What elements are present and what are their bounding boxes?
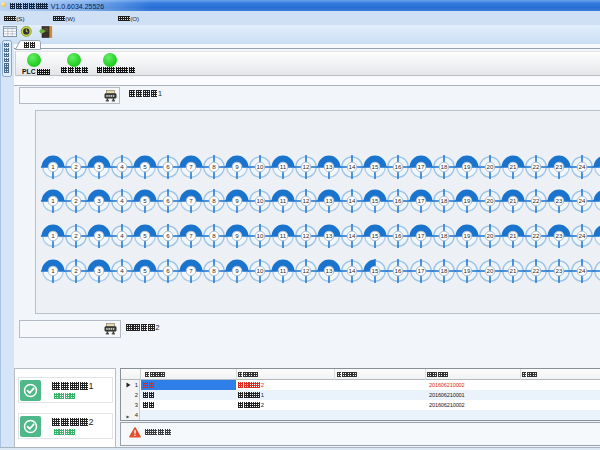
svg-text:14: 14 (349, 267, 356, 274)
svg-text:4: 4 (120, 267, 124, 274)
svg-text:2: 2 (74, 232, 78, 239)
svg-text:8: 8 (212, 267, 216, 274)
svg-text:11: 11 (280, 232, 287, 239)
svg-text:18: 18 (441, 267, 448, 274)
svg-text:1: 1 (51, 163, 55, 170)
svg-text:5: 5 (143, 163, 147, 170)
svg-text:9: 9 (235, 163, 239, 170)
svg-text:3: 3 (97, 163, 101, 170)
svg-text:24: 24 (579, 197, 586, 204)
svg-text:23: 23 (556, 232, 563, 239)
svg-text:6: 6 (166, 197, 170, 204)
svg-text:21: 21 (510, 197, 517, 204)
svg-text:19: 19 (464, 232, 471, 239)
svg-text:4: 4 (120, 232, 124, 239)
svg-text:16: 16 (395, 163, 402, 170)
svg-text:9: 9 (235, 232, 239, 239)
svg-text:14: 14 (349, 197, 356, 204)
svg-text:17: 17 (418, 232, 425, 239)
svg-text:3: 3 (97, 232, 101, 239)
svg-text:1: 1 (51, 232, 55, 239)
svg-text:14: 14 (349, 232, 356, 239)
svg-text:2: 2 (74, 197, 78, 204)
svg-text:24: 24 (579, 163, 586, 170)
svg-text:13: 13 (326, 232, 333, 239)
svg-text:18: 18 (441, 232, 448, 239)
svg-text:16: 16 (395, 267, 402, 274)
svg-text:1: 1 (51, 267, 55, 274)
svg-text:20: 20 (487, 232, 494, 239)
svg-text:12: 12 (303, 197, 310, 204)
svg-text:11: 11 (280, 163, 287, 170)
svg-text:17: 17 (418, 163, 425, 170)
svg-text:23: 23 (556, 163, 563, 170)
svg-text:15: 15 (372, 163, 379, 170)
svg-text:19: 19 (464, 163, 471, 170)
svg-text:16: 16 (395, 232, 402, 239)
svg-text:7: 7 (189, 267, 193, 274)
svg-text:15: 15 (372, 232, 379, 239)
svg-text:21: 21 (510, 267, 517, 274)
svg-text:15: 15 (372, 197, 379, 204)
svg-text:14: 14 (349, 163, 356, 170)
svg-text:13: 13 (326, 267, 333, 274)
svg-text:6: 6 (166, 163, 170, 170)
svg-text:22: 22 (533, 197, 540, 204)
svg-text:23: 23 (556, 267, 563, 274)
svg-text:17: 17 (418, 267, 425, 274)
svg-text:15: 15 (372, 267, 379, 274)
svg-text:19: 19 (464, 197, 471, 204)
svg-text:18: 18 (441, 197, 448, 204)
svg-text:3: 3 (97, 267, 101, 274)
svg-text:8: 8 (212, 163, 216, 170)
svg-text:21: 21 (510, 163, 517, 170)
svg-text:22: 22 (533, 267, 540, 274)
svg-text:4: 4 (120, 197, 124, 204)
svg-text:5: 5 (143, 197, 147, 204)
svg-text:10: 10 (257, 232, 264, 239)
svg-text:6: 6 (166, 232, 170, 239)
svg-text:12: 12 (303, 163, 310, 170)
svg-text:20: 20 (487, 197, 494, 204)
svg-text:10: 10 (257, 267, 264, 274)
svg-text:8: 8 (212, 197, 216, 204)
svg-text:10: 10 (257, 163, 264, 170)
svg-text:7: 7 (189, 163, 193, 170)
svg-text:12: 12 (303, 232, 310, 239)
svg-text:11: 11 (280, 197, 287, 204)
svg-text:6: 6 (166, 267, 170, 274)
svg-text:18: 18 (441, 163, 448, 170)
svg-text:24: 24 (579, 232, 586, 239)
svg-text:5: 5 (143, 232, 147, 239)
svg-text:19: 19 (464, 267, 471, 274)
svg-text:5: 5 (143, 267, 147, 274)
svg-text:20: 20 (487, 267, 494, 274)
svg-text:13: 13 (326, 163, 333, 170)
svg-text:4: 4 (120, 163, 124, 170)
svg-text:17: 17 (418, 197, 425, 204)
svg-text:1: 1 (51, 197, 55, 204)
svg-text:9: 9 (235, 267, 239, 274)
svg-text:23: 23 (556, 197, 563, 204)
svg-text:3: 3 (97, 197, 101, 204)
svg-text:21: 21 (510, 232, 517, 239)
svg-text:22: 22 (533, 163, 540, 170)
svg-text:16: 16 (395, 197, 402, 204)
svg-text:11: 11 (280, 267, 287, 274)
svg-text:12: 12 (303, 267, 310, 274)
svg-text:13: 13 (326, 197, 333, 204)
svg-text:24: 24 (579, 267, 586, 274)
svg-text:10: 10 (257, 197, 264, 204)
svg-text:2: 2 (74, 267, 78, 274)
svg-text:7: 7 (189, 197, 193, 204)
svg-text:9: 9 (235, 197, 239, 204)
svg-text:7: 7 (189, 232, 193, 239)
svg-text:22: 22 (533, 232, 540, 239)
svg-text:2: 2 (74, 163, 78, 170)
svg-text:20: 20 (487, 163, 494, 170)
svg-text:8: 8 (212, 232, 216, 239)
